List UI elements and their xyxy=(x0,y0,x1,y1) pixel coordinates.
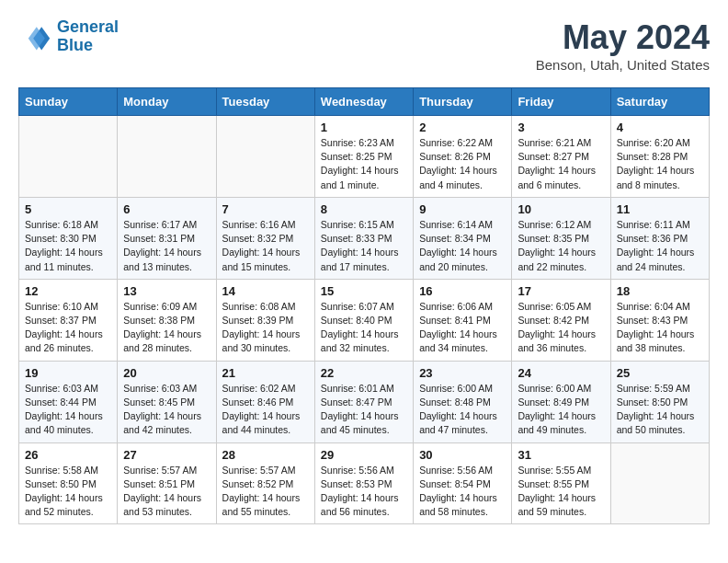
day-number: 28 xyxy=(222,448,309,462)
day-number: 11 xyxy=(617,202,703,216)
calendar-cell: 12Sunrise: 6:10 AM Sunset: 8:37 PM Dayli… xyxy=(19,279,118,361)
day-number: 9 xyxy=(419,202,506,216)
day-number: 21 xyxy=(222,366,309,380)
calendar-cell xyxy=(118,116,216,198)
calendar-cell: 19Sunrise: 6:03 AM Sunset: 8:44 PM Dayli… xyxy=(19,361,118,442)
day-number: 29 xyxy=(321,448,407,462)
day-number: 16 xyxy=(419,284,506,298)
calendar-cell: 11Sunrise: 6:11 AM Sunset: 8:36 PM Dayli… xyxy=(610,197,709,279)
day-number: 5 xyxy=(25,202,111,216)
calendar-cell: 2Sunrise: 6:22 AM Sunset: 8:26 PM Daylig… xyxy=(414,116,512,198)
calendar-cell: 20Sunrise: 6:03 AM Sunset: 8:45 PM Dayli… xyxy=(118,361,216,442)
day-detail: Sunrise: 6:03 AM Sunset: 8:44 PM Dayligh… xyxy=(25,382,111,438)
day-detail: Sunrise: 5:59 AM Sunset: 8:50 PM Dayligh… xyxy=(617,382,703,438)
calendar-cell: 1Sunrise: 6:23 AM Sunset: 8:25 PM Daylig… xyxy=(314,116,413,198)
day-number: 15 xyxy=(321,284,407,298)
day-detail: Sunrise: 6:08 AM Sunset: 8:39 PM Dayligh… xyxy=(222,300,309,356)
day-number: 24 xyxy=(518,366,604,380)
calendar-cell: 31Sunrise: 5:55 AM Sunset: 8:55 PM Dayli… xyxy=(512,442,610,524)
day-detail: Sunrise: 6:16 AM Sunset: 8:32 PM Dayligh… xyxy=(222,218,309,274)
calendar-cell: 18Sunrise: 6:04 AM Sunset: 8:43 PM Dayli… xyxy=(610,279,709,361)
weekday-header-monday: Monday xyxy=(118,88,216,116)
day-detail: Sunrise: 6:03 AM Sunset: 8:45 PM Dayligh… xyxy=(123,382,210,438)
calendar-cell: 22Sunrise: 6:01 AM Sunset: 8:47 PM Dayli… xyxy=(314,361,413,442)
calendar-cell: 9Sunrise: 6:14 AM Sunset: 8:34 PM Daylig… xyxy=(414,197,512,279)
calendar-cell: 3Sunrise: 6:21 AM Sunset: 8:27 PM Daylig… xyxy=(512,116,610,198)
weekday-header-friday: Friday xyxy=(512,88,610,116)
calendar-header: SundayMondayTuesdayWednesdayThursdayFrid… xyxy=(19,88,710,116)
weekday-header-thursday: Thursday xyxy=(414,88,512,116)
day-number: 25 xyxy=(617,366,703,380)
day-number: 1 xyxy=(321,121,407,134)
logo-text: General Blue xyxy=(57,18,119,55)
day-number: 4 xyxy=(617,121,703,134)
day-number: 27 xyxy=(123,448,210,462)
day-number: 18 xyxy=(617,284,703,298)
calendar-cell: 13Sunrise: 6:09 AM Sunset: 8:38 PM Dayli… xyxy=(118,279,216,361)
calendar-cell: 21Sunrise: 6:02 AM Sunset: 8:46 PM Dayli… xyxy=(216,361,314,442)
weekday-header-sunday: Sunday xyxy=(19,88,118,116)
day-detail: Sunrise: 6:11 AM Sunset: 8:36 PM Dayligh… xyxy=(617,218,703,274)
weekday-header-tuesday: Tuesday xyxy=(216,88,314,116)
day-detail: Sunrise: 6:06 AM Sunset: 8:41 PM Dayligh… xyxy=(419,300,506,356)
calendar-cell: 25Sunrise: 5:59 AM Sunset: 8:50 PM Dayli… xyxy=(610,361,709,442)
day-detail: Sunrise: 6:09 AM Sunset: 8:38 PM Dayligh… xyxy=(123,300,210,356)
day-detail: Sunrise: 6:01 AM Sunset: 8:47 PM Dayligh… xyxy=(321,382,407,438)
day-detail: Sunrise: 6:10 AM Sunset: 8:37 PM Dayligh… xyxy=(25,300,111,356)
calendar-cell: 8Sunrise: 6:15 AM Sunset: 8:33 PM Daylig… xyxy=(314,197,413,279)
calendar-cell: 10Sunrise: 6:12 AM Sunset: 8:35 PM Dayli… xyxy=(512,197,610,279)
day-number: 13 xyxy=(123,284,210,298)
day-number: 17 xyxy=(518,284,604,298)
day-detail: Sunrise: 6:20 AM Sunset: 8:28 PM Dayligh… xyxy=(617,136,703,192)
calendar-cell: 23Sunrise: 6:00 AM Sunset: 8:48 PM Dayli… xyxy=(414,361,512,442)
weekday-header-wednesday: Wednesday xyxy=(314,88,413,116)
month-title: May 2024 xyxy=(536,18,710,57)
day-number: 6 xyxy=(123,202,210,216)
day-number: 23 xyxy=(419,366,506,380)
logo-icon xyxy=(18,20,51,53)
day-number: 10 xyxy=(518,202,604,216)
day-detail: Sunrise: 6:04 AM Sunset: 8:43 PM Dayligh… xyxy=(617,300,703,356)
day-detail: Sunrise: 5:58 AM Sunset: 8:50 PM Dayligh… xyxy=(25,464,111,520)
day-detail: Sunrise: 6:12 AM Sunset: 8:35 PM Dayligh… xyxy=(518,218,604,274)
day-detail: Sunrise: 6:17 AM Sunset: 8:31 PM Dayligh… xyxy=(123,218,210,274)
calendar-cell: 16Sunrise: 6:06 AM Sunset: 8:41 PM Dayli… xyxy=(414,279,512,361)
day-number: 19 xyxy=(25,366,111,380)
day-number: 3 xyxy=(518,121,604,134)
calendar-week-2: 5Sunrise: 6:18 AM Sunset: 8:30 PM Daylig… xyxy=(19,197,710,279)
day-detail: Sunrise: 6:00 AM Sunset: 8:48 PM Dayligh… xyxy=(419,382,506,438)
day-number: 8 xyxy=(321,202,407,216)
weekday-header-saturday: Saturday xyxy=(610,88,709,116)
calendar-cell: 5Sunrise: 6:18 AM Sunset: 8:30 PM Daylig… xyxy=(19,197,118,279)
day-detail: Sunrise: 5:55 AM Sunset: 8:55 PM Dayligh… xyxy=(518,464,604,520)
location: Benson, Utah, United States xyxy=(536,57,710,73)
calendar-week-4: 19Sunrise: 6:03 AM Sunset: 8:44 PM Dayli… xyxy=(19,361,710,442)
logo-line1: General xyxy=(57,17,119,36)
calendar-cell xyxy=(610,442,709,524)
day-number: 20 xyxy=(123,366,210,380)
calendar-table: SundayMondayTuesdayWednesdayThursdayFrid… xyxy=(18,87,710,524)
day-number: 7 xyxy=(222,202,309,216)
day-detail: Sunrise: 5:57 AM Sunset: 8:51 PM Dayligh… xyxy=(123,464,210,520)
day-detail: Sunrise: 5:57 AM Sunset: 8:52 PM Dayligh… xyxy=(222,464,309,520)
day-number: 12 xyxy=(25,284,111,298)
calendar-cell: 14Sunrise: 6:08 AM Sunset: 8:39 PM Dayli… xyxy=(216,279,314,361)
page-header: General Blue May 2024 Benson, Utah, Unit… xyxy=(18,18,710,73)
calendar-cell xyxy=(216,116,314,198)
day-detail: Sunrise: 6:00 AM Sunset: 8:49 PM Dayligh… xyxy=(518,382,604,438)
day-detail: Sunrise: 6:05 AM Sunset: 8:42 PM Dayligh… xyxy=(518,300,604,356)
calendar-week-5: 26Sunrise: 5:58 AM Sunset: 8:50 PM Dayli… xyxy=(19,442,710,524)
day-detail: Sunrise: 5:56 AM Sunset: 8:53 PM Dayligh… xyxy=(321,464,407,520)
calendar-cell: 15Sunrise: 6:07 AM Sunset: 8:40 PM Dayli… xyxy=(314,279,413,361)
day-detail: Sunrise: 6:23 AM Sunset: 8:25 PM Dayligh… xyxy=(321,136,407,192)
day-detail: Sunrise: 5:56 AM Sunset: 8:54 PM Dayligh… xyxy=(419,464,506,520)
calendar-cell: 30Sunrise: 5:56 AM Sunset: 8:54 PM Dayli… xyxy=(414,442,512,524)
day-detail: Sunrise: 6:22 AM Sunset: 8:26 PM Dayligh… xyxy=(419,136,506,192)
calendar-cell: 7Sunrise: 6:16 AM Sunset: 8:32 PM Daylig… xyxy=(216,197,314,279)
calendar-cell: 27Sunrise: 5:57 AM Sunset: 8:51 PM Dayli… xyxy=(118,442,216,524)
logo-line2: Blue xyxy=(57,36,93,54)
calendar-cell: 4Sunrise: 6:20 AM Sunset: 8:28 PM Daylig… xyxy=(610,116,709,198)
title-block: May 2024 Benson, Utah, United States xyxy=(536,18,710,73)
calendar-cell: 6Sunrise: 6:17 AM Sunset: 8:31 PM Daylig… xyxy=(118,197,216,279)
day-number: 22 xyxy=(321,366,407,380)
